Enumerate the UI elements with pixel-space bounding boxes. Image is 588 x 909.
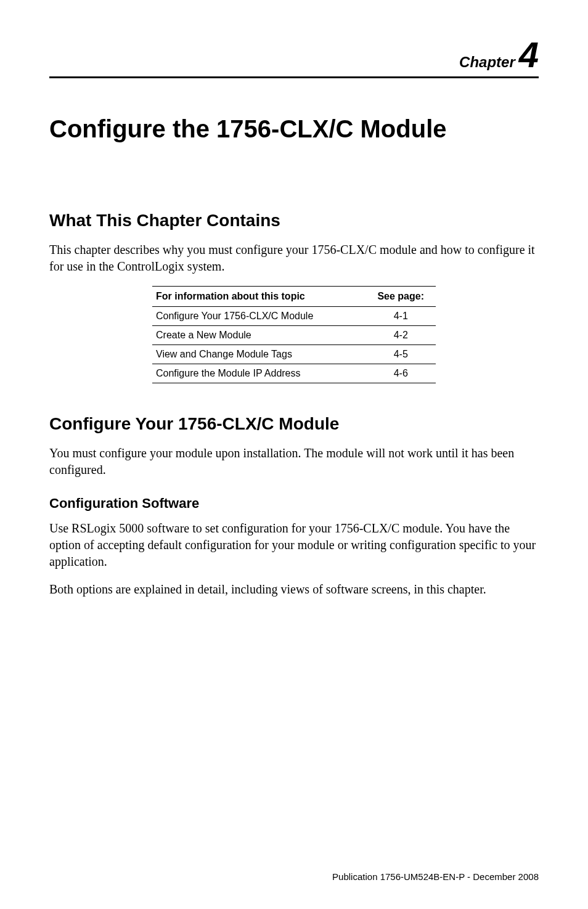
th-topic: For information about this topic: [152, 287, 365, 307]
section2-paragraph: You must configure your module upon inst…: [49, 445, 539, 478]
cell-topic: Configure Your 1756-CLX/C Module: [152, 307, 365, 326]
section-configure-module: Configure Your 1756-CLX/C Module: [49, 414, 539, 434]
cell-page: 4-1: [365, 307, 436, 326]
cell-topic: Create a New Module: [152, 326, 365, 345]
cell-page: 4-2: [365, 326, 436, 345]
table-row: View and Change Module Tags 4-5: [152, 345, 436, 364]
cell-page: 4-5: [365, 345, 436, 364]
table-header-row: For information about this topic See pag…: [152, 287, 436, 307]
subsection-config-software: Configuration Software: [49, 495, 539, 512]
header-divider: [49, 76, 539, 78]
table-row: Create a New Module 4-2: [152, 326, 436, 345]
section-what-contains: What This Chapter Contains: [49, 211, 539, 230]
chapter-header: Chapter4: [49, 37, 539, 73]
table-row: Configure the Module IP Address 4-6: [152, 364, 436, 383]
cell-topic: View and Change Module Tags: [152, 345, 365, 364]
th-page: See page:: [365, 287, 436, 307]
page-title: Configure the 1756-CLX/C Module: [49, 115, 539, 143]
publication-footer: Publication 1756-UM524B-EN-P - December …: [332, 871, 539, 882]
table-row: Configure Your 1756-CLX/C Module 4-1: [152, 307, 436, 326]
cell-page: 4-6: [365, 364, 436, 383]
subsection-paragraph-1: Use RSLogix 5000 software to set configu…: [49, 520, 539, 570]
subsection-paragraph-2: Both options are explained in detail, in…: [49, 581, 539, 598]
topic-table: For information about this topic See pag…: [152, 286, 436, 383]
chapter-label: Chapter: [459, 54, 515, 70]
chapter-number: 4: [519, 35, 539, 75]
cell-topic: Configure the Module IP Address: [152, 364, 365, 383]
section1-paragraph: This chapter describes why you must conf…: [49, 242, 539, 275]
